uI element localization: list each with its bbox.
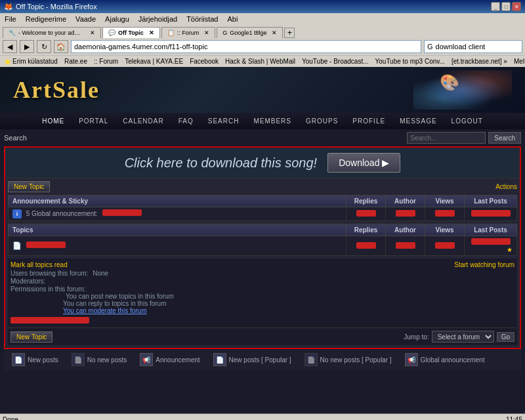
forum-main: Search Search Click here to download thi…	[0, 129, 525, 413]
forum-box: Click here to download this song! Downlo…	[4, 146, 521, 349]
menu-file[interactable]: File	[3, 14, 18, 24]
menu-help[interactable]: Abi	[225, 14, 240, 24]
bookmark-favicon-0: ⭐	[4, 58, 11, 65]
col-author-ann: Author	[386, 196, 425, 207]
tab-favicon-admin: 🔧	[9, 30, 16, 36]
bookmark-telekava[interactable]: Telekava | KAYA.EE	[123, 57, 184, 66]
no-new-popular-label: No new posts [ Popular ]	[320, 356, 392, 364]
search-button[interactable]: Search	[488, 132, 521, 144]
bookmark-ytmp3[interactable]: YouTube to mp3 Conv...	[374, 57, 446, 66]
watch-forum-link[interactable]: Start watching forum	[454, 261, 514, 268]
tab-close-admin[interactable]: ✕	[90, 30, 95, 36]
tabs-bar: 🔧 - Welcome to your administration panel…	[0, 25, 525, 38]
nav-portal[interactable]: PORTAL	[72, 116, 115, 127]
bookmark-label-7: YouTube to mp3 Conv...	[375, 58, 445, 65]
go-button[interactable]: Go	[497, 332, 514, 342]
doc-icon: 📄	[12, 242, 22, 251]
mark-all-read-link[interactable]: Mark all topics read	[10, 261, 68, 268]
bookmark-label-0: Erim külastatud	[12, 58, 58, 65]
nav-search[interactable]: SEARCH	[201, 116, 246, 127]
bookmark-facebook[interactable]: Facebook	[188, 57, 220, 66]
bookmark-forum[interactable]: :: Forum	[93, 57, 119, 66]
bookmark-recently-visited[interactable]: ⭐ Erim külastatud	[3, 57, 59, 66]
bookmark-label-6: YouTube - Broadcast...	[302, 58, 369, 65]
nav-faq[interactable]: FAQ	[172, 116, 200, 127]
icon-no-new-posts: 📄 No new posts	[72, 353, 127, 366]
perm-moderate-link[interactable]: You can moderate this forum	[10, 307, 514, 314]
search-input[interactable]	[407, 132, 486, 144]
menu-bookmarks[interactable]: Järjehoidjad	[136, 14, 179, 24]
download-banner: Click here to download this song! Downlo…	[5, 148, 520, 178]
home-button[interactable]: 🏠	[54, 40, 68, 53]
moderators-label: Moderators:	[10, 278, 45, 285]
new-posts-popular-icon: 📄	[213, 353, 226, 366]
nav-home[interactable]: HOME	[35, 116, 71, 127]
redacted-bottom-bar	[10, 317, 514, 325]
window-controls: _ □ ✕	[491, 2, 521, 11]
maximize-button[interactable]: □	[501, 2, 511, 11]
announcement-icon: 📢	[140, 353, 153, 366]
nav-groups[interactable]: GROUPS	[299, 116, 345, 127]
col-views: Views	[425, 224, 465, 236]
menu-tools[interactable]: Tööriistad	[184, 14, 220, 24]
bottom-toolbar: New Topic Jump to: Select a forum Go	[8, 327, 517, 345]
topic-author	[386, 236, 425, 256]
topics-table: Topics Replies Author Views Last Posts 📄	[8, 224, 517, 256]
tab-close-forum[interactable]: ✕	[204, 30, 209, 36]
bookmark-rate[interactable]: Rate.ee	[63, 57, 89, 66]
nav-calendar[interactable]: CALENDAR	[116, 116, 170, 127]
menu-history[interactable]: Ajalugu	[103, 14, 131, 24]
redacted-a	[396, 242, 415, 249]
new-tab-button[interactable]: +	[284, 28, 295, 38]
bottom-info: Mark all topics read Start watching foru…	[8, 259, 517, 327]
new-topic-button[interactable]: New Topic	[8, 181, 50, 192]
menu-view[interactable]: Vaade	[74, 14, 98, 24]
nav-profile[interactable]: PROFILE	[346, 116, 392, 127]
announcements-table: Announcement & Sticky Replies Author Vie…	[8, 195, 517, 221]
redacted-num	[356, 210, 376, 217]
reload-button[interactable]: ↻	[37, 40, 51, 53]
bookmark-youtube[interactable]: YouTube - Broadcast...	[301, 57, 370, 66]
search-query: download client	[436, 43, 486, 51]
tab-forum[interactable]: 📋 :: Forum ✕	[161, 27, 216, 38]
bookmark-trackbase[interactable]: [et.trackbase.net] »	[450, 57, 509, 66]
announcement-cell: i 5 Global announcement:	[9, 207, 346, 221]
tab-admin[interactable]: 🔧 - Welcome to your administration panel…	[3, 27, 101, 38]
no-new-posts-icon: 📄	[72, 353, 85, 366]
url-input[interactable]: daemonia-games.4umer.com/f11-off-topic	[71, 40, 421, 53]
forward-button[interactable]: ▶	[20, 40, 34, 53]
redacted-lastpost	[471, 210, 511, 217]
actions-link[interactable]: Actions	[495, 183, 517, 190]
nav-logout[interactable]: LOGOUT	[445, 116, 490, 127]
redacted-v	[435, 242, 455, 249]
logo-art: Art	[13, 77, 52, 103]
tab-close-offtopic[interactable]: ✕	[149, 30, 154, 36]
col-replies-ann: Replies	[346, 196, 386, 207]
ann-replies	[346, 207, 386, 221]
back-button[interactable]: ◀	[3, 40, 17, 53]
close-button[interactable]: ✕	[512, 2, 521, 11]
bookmark-mein2nation[interactable]: MeIn2Nation | Feel th...	[513, 57, 525, 66]
site-logo: ArtSale	[13, 76, 100, 104]
tab-google[interactable]: G Google1 t8lge ✕	[217, 27, 283, 38]
icon-announcement: 📢 Announcement	[140, 353, 200, 366]
jump-to-select[interactable]: Select a forum	[432, 331, 494, 343]
menu-edit[interactable]: Redigeerime	[24, 14, 68, 24]
search-row: Search Search	[4, 132, 521, 144]
tab-close-google[interactable]: ✕	[272, 30, 277, 36]
download-button[interactable]: Download ▶	[327, 153, 400, 173]
search-box[interactable]: G download client	[424, 40, 522, 53]
users-browsing-row: Users browsing this forum: None	[10, 270, 514, 277]
bookmark-label-3: Telekava | KAYA.EE	[125, 58, 183, 65]
redacted-author	[396, 210, 415, 217]
new-posts-popular-label: New posts [ Popular ]	[229, 356, 291, 364]
nav-message[interactable]: MESSAGE	[393, 116, 443, 127]
tab-favicon-google: G	[222, 30, 227, 36]
nav-members[interactable]: MEMBERS	[247, 116, 298, 127]
tab-offtopic[interactable]: 💬 Off Topic ✕	[102, 27, 160, 38]
minimize-button[interactable]: _	[491, 2, 500, 11]
ann-lastpost	[465, 207, 517, 221]
bookmark-hackslash[interactable]: Hack & Slash | WebMail	[224, 57, 297, 66]
new-topic-button-bottom[interactable]: New Topic	[10, 331, 52, 343]
bookmarks-bar: ⭐ Erim külastatud Rate.ee :: Forum Telek…	[0, 55, 525, 67]
